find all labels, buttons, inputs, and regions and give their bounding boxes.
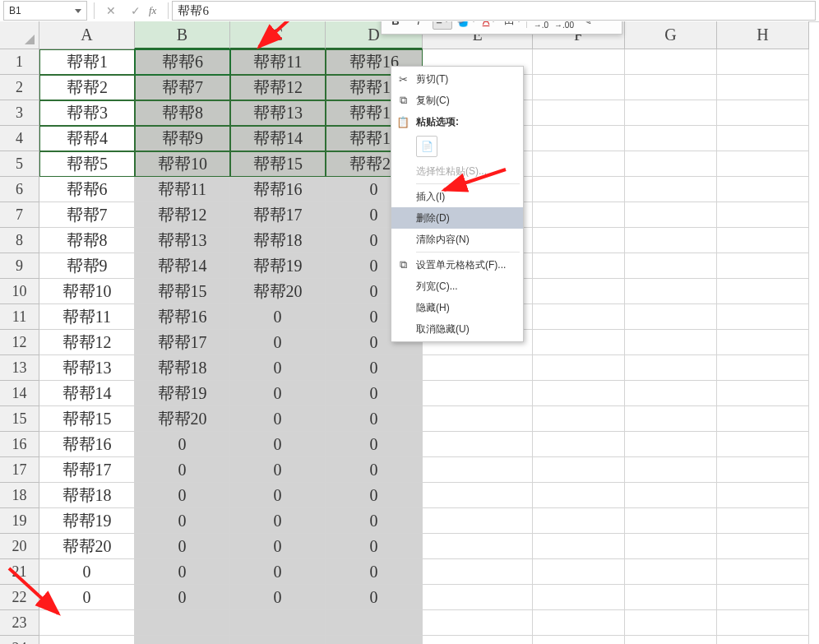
cell-A20[interactable]: 帮帮20 [39, 534, 135, 559]
row-header-16[interactable]: 16 [0, 432, 39, 457]
cell-B24[interactable] [135, 636, 230, 644]
cell-D17[interactable]: 0 [326, 457, 423, 483]
cell-C11[interactable]: 0 [230, 304, 326, 330]
select-all-corner[interactable] [0, 21, 39, 49]
cell-A7[interactable]: 帮帮7 [39, 202, 135, 228]
cell-B12[interactable]: 帮帮17 [135, 330, 230, 355]
cell-G6[interactable] [625, 177, 717, 202]
cell-A11[interactable]: 帮帮11 [39, 304, 135, 330]
cell-C9[interactable]: 帮帮19 [230, 253, 326, 279]
cell-A19[interactable]: 帮帮19 [39, 508, 135, 534]
cell-B19[interactable]: 0 [135, 508, 230, 534]
cell-B14[interactable]: 帮帮19 [135, 381, 230, 406]
cell-H4[interactable] [717, 126, 809, 151]
cell-C24[interactable] [230, 636, 326, 644]
cell-E20[interactable] [423, 534, 533, 559]
cell-C18[interactable]: 0 [230, 483, 326, 508]
cell-E14[interactable] [423, 381, 533, 406]
cell-E15[interactable] [423, 406, 533, 432]
cell-B15[interactable]: 帮帮20 [135, 406, 230, 432]
cell-B10[interactable]: 帮帮15 [135, 279, 230, 304]
cell-H9[interactable] [717, 253, 809, 279]
cell-B2[interactable]: 帮帮7 [135, 75, 230, 100]
cell-F6[interactable] [533, 177, 625, 202]
cell-H10[interactable] [717, 279, 809, 304]
bold-icon[interactable]: B [386, 21, 405, 29]
cell-B8[interactable]: 帮帮13 [135, 228, 230, 253]
row-header-17[interactable]: 17 [0, 457, 39, 483]
cell-C1[interactable]: 帮帮11 [230, 49, 326, 75]
cell-C7[interactable]: 帮帮17 [230, 202, 326, 228]
cell-G20[interactable] [625, 534, 717, 559]
cell-A15[interactable]: 帮帮15 [39, 406, 135, 432]
cell-D18[interactable]: 0 [326, 483, 423, 508]
cell-B13[interactable]: 帮帮18 [135, 355, 230, 381]
cell-A16[interactable]: 帮帮16 [39, 432, 135, 457]
cell-F18[interactable] [533, 483, 625, 508]
cell-H12[interactable] [717, 330, 809, 355]
row-header-22[interactable]: 22 [0, 585, 39, 610]
cell-H6[interactable] [717, 177, 809, 202]
cell-B21[interactable]: 0 [135, 559, 230, 585]
cell-G10[interactable] [625, 279, 717, 304]
cell-F14[interactable] [533, 381, 625, 406]
row-header-19[interactable]: 19 [0, 508, 39, 534]
cell-F13[interactable] [533, 355, 625, 381]
row-header-11[interactable]: 11 [0, 304, 39, 330]
row-header-20[interactable]: 20 [0, 534, 39, 559]
cell-F12[interactable] [533, 330, 625, 355]
cell-C23[interactable] [230, 610, 326, 636]
row-header-24[interactable]: 24 [0, 636, 39, 644]
cell-A22[interactable]: 0 [39, 585, 135, 610]
fill-color-icon[interactable]: 🪣 [457, 21, 475, 29]
cell-B11[interactable]: 帮帮16 [135, 304, 230, 330]
cell-F19[interactable] [533, 508, 625, 534]
row-header-15[interactable]: 15 [0, 406, 39, 432]
cell-D19[interactable]: 0 [326, 508, 423, 534]
cell-G9[interactable] [625, 253, 717, 279]
cell-H24[interactable] [717, 636, 809, 644]
cell-G17[interactable] [625, 457, 717, 483]
cell-D13[interactable]: 0 [326, 355, 423, 381]
cell-F10[interactable] [533, 279, 625, 304]
cell-H11[interactable] [717, 304, 809, 330]
cell-C16[interactable]: 0 [230, 432, 326, 457]
cell-F11[interactable] [533, 304, 625, 330]
cell-F16[interactable] [533, 432, 625, 457]
cell-A17[interactable]: 帮帮17 [39, 457, 135, 483]
cell-H16[interactable] [717, 432, 809, 457]
cell-F21[interactable] [533, 559, 625, 585]
format-painter-icon-2[interactable]: ✎ [578, 21, 596, 29]
cell-H2[interactable] [717, 75, 809, 100]
cell-G22[interactable] [625, 585, 717, 610]
cell-F3[interactable] [533, 100, 625, 126]
cell-G11[interactable] [625, 304, 717, 330]
menu-clear[interactable]: 清除内容(N) [391, 229, 523, 250]
cell-A8[interactable]: 帮帮8 [39, 228, 135, 253]
row-header-14[interactable]: 14 [0, 381, 39, 406]
cell-F23[interactable] [533, 610, 625, 636]
cell-E16[interactable] [423, 432, 533, 457]
cell-A12[interactable]: 帮帮12 [39, 330, 135, 355]
cell-G12[interactable] [625, 330, 717, 355]
cell-C20[interactable]: 0 [230, 534, 326, 559]
cell-E13[interactable] [423, 355, 533, 381]
cell-B9[interactable]: 帮帮14 [135, 253, 230, 279]
cell-G24[interactable] [625, 636, 717, 644]
column-header-B[interactable]: B [135, 21, 230, 49]
row-header-23[interactable]: 23 [0, 610, 39, 636]
cell-E18[interactable] [423, 483, 533, 508]
cell-D20[interactable]: 0 [326, 534, 423, 559]
cell-E17[interactable] [423, 457, 533, 483]
menu-hide[interactable]: 隐藏(H) [391, 297, 523, 318]
row-header-9[interactable]: 9 [0, 253, 39, 279]
cell-C5[interactable]: 帮帮15 [230, 151, 326, 177]
cell-A13[interactable]: 帮帮13 [39, 355, 135, 381]
align-center-icon[interactable]: ≡ [433, 21, 452, 30]
cell-H21[interactable] [717, 559, 809, 585]
cell-F20[interactable] [533, 534, 625, 559]
cell-F2[interactable] [533, 75, 625, 100]
confirm-icon[interactable]: ✓ [131, 4, 141, 17]
increase-decimal-icon[interactable]: .00→.0 [532, 21, 550, 29]
cell-D15[interactable]: 0 [326, 406, 423, 432]
